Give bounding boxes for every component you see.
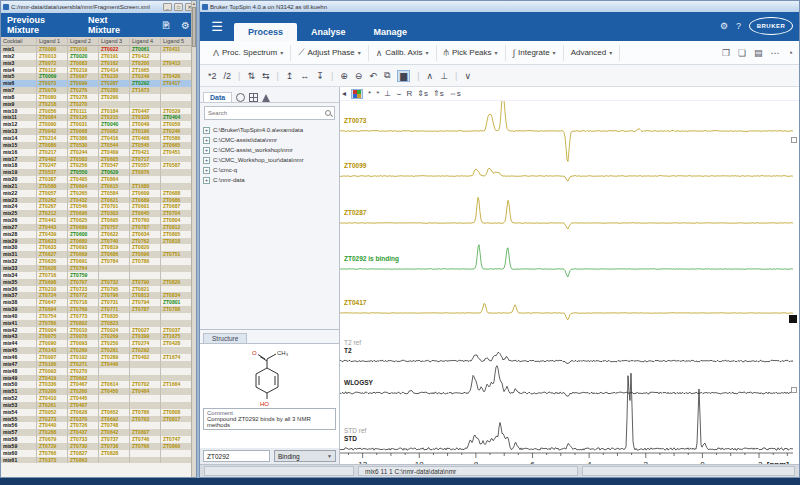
ligand-cell[interactable]: ZT0691 (68, 258, 99, 265)
ligand-cell[interactable]: ZT0724 (37, 292, 68, 299)
multi-color-overlay-icon[interactable] (351, 89, 363, 99)
ligand-cell[interactable]: ZT0020 (68, 53, 99, 60)
fragment-screen-titlebar[interactable]: C:/nmr-data/data/usersbla/nmr/FragmentSc… (1, 1, 196, 13)
search-box[interactable] (204, 106, 335, 120)
ligand-cell[interactable]: ZT0084 (37, 114, 68, 121)
overlay-tool-icon[interactable]: R (407, 89, 413, 98)
ligand-cell[interactable]: ZT0404 (161, 114, 192, 121)
ligand-cell[interactable]: ZT0073 (37, 80, 68, 87)
ligand-cell[interactable]: ZT0260 (68, 388, 99, 395)
ligand-cell[interactable]: ZT0729 (37, 443, 68, 450)
ligand-cell[interactable]: ZT0090 (37, 121, 68, 128)
ligand-cell[interactable]: ZT0256 (68, 162, 99, 169)
ligand-cell[interactable]: ZT0244 (68, 149, 99, 156)
ligand-cell[interactable]: ZT0759 (68, 272, 99, 279)
ligand-cell[interactable]: ZT0605 (99, 156, 130, 163)
ligand-cell[interactable]: ZT0373 (37, 457, 68, 464)
toolbar-icon[interactable]: ↧ (316, 71, 324, 81)
toolbar-icon[interactable]: ⊥ (440, 71, 448, 81)
previous-mixture-button[interactable]: Previous Mixture (7, 15, 78, 35)
next-mixture-button[interactable]: Next Mixture (88, 15, 141, 35)
ligand-cell[interactable]: ZT0402 (130, 354, 161, 361)
ligand-cell[interactable]: ZT0545 (130, 142, 161, 149)
ligand-cell[interactable]: ZT0112 (37, 67, 68, 74)
ligand-cell[interactable]: ZT0633 (37, 244, 68, 251)
ligand-cell[interactable]: ZT0635 (37, 258, 68, 265)
tree-item[interactable]: +C:\CMC-assist_workshop\nmr (203, 145, 336, 155)
spectrum-display-area[interactable]: ◂**⊥⌣R⇕s⇑s⇔s 121086420-2[ppm] ZT0073ZT00… (340, 87, 799, 464)
ligand-cell[interactable]: ZT0665 (161, 142, 192, 149)
table-row-mix29[interactable]: mix29ZT0623ZT0680ZT0740ZT0762ZT0818 (1, 238, 196, 245)
overlay-tool-icon[interactable]: ⇔s (449, 89, 461, 98)
tab-manage[interactable]: Manage (360, 23, 422, 41)
ligand-cell[interactable]: ZT0049 (130, 121, 161, 128)
table-row-mix58[interactable]: mix58ZT0679ZT0733ZT0737ZT0746ZT0747 (1, 436, 196, 443)
table-row-mix53[interactable]: mix53ZT0261ZT0407 (1, 402, 196, 409)
ligand-cell[interactable]: ZT0764 (68, 265, 99, 272)
ligand-cell[interactable]: ZT0807 (130, 429, 161, 436)
ligand-cell[interactable]: ZT0623 (37, 238, 68, 245)
table-row-mix55[interactable]: mix55ZT0273ZT0370ZT0692ZT0763ZT0817 (1, 416, 196, 423)
ligand-cell[interactable]: ZT0692 (99, 416, 130, 423)
ligand-cell[interactable]: ZT0587 (161, 162, 192, 169)
ligand-cell[interactable] (161, 450, 192, 457)
ligand-cell[interactable]: ZT0732 (99, 279, 130, 286)
ligand-cell[interactable]: ZT0694 (37, 306, 68, 313)
tree-item[interactable]: +C:\CMC-assist\data\nmr (203, 135, 336, 145)
ligand-cell[interactable]: ZT0412 (130, 53, 161, 60)
ligand-cell[interactable]: ZT0102 (68, 354, 99, 361)
ligand-cell[interactable]: ZT0737 (99, 436, 130, 443)
ligand-cell[interactable]: ZT0246 (161, 128, 192, 135)
expand-plus-icon[interactable]: + (203, 177, 210, 184)
ligand-cell[interactable]: ZT0061 (130, 46, 161, 53)
ligand-cell[interactable] (130, 313, 161, 320)
ligand-cell[interactable]: ZT0689 (130, 197, 161, 204)
ligand-cell[interactable]: ZT0747 (161, 436, 192, 443)
ligand-cell[interactable]: ZT0050 (161, 121, 192, 128)
ligand-cell[interactable]: ZT0099 (68, 80, 99, 87)
tree-item[interactable]: +C:\CMC_Workshop_tour\data\nmr (203, 155, 336, 165)
table-row-mix22[interactable]: mix22ZT0057ZT0265ZT0584ZT0609ZT0688 (1, 190, 196, 197)
table-row-mix31[interactable]: mix31ZT0627ZT0669ZT0686ZT0696ZT0751 (1, 251, 196, 258)
overlay-tool-icon[interactable]: * (368, 89, 371, 98)
ligand-cell[interactable]: ZT0080 (37, 94, 68, 101)
ligand-cell[interactable]: ZT0078 (68, 333, 99, 340)
table-row-mix21[interactable]: mix21ZT0588ZT0604ZT0615ZT1680 (1, 183, 196, 190)
ligand-cell[interactable]: ZT0766 (130, 443, 161, 450)
ligand-cell[interactable]: ZT0451 (161, 149, 192, 156)
tree-item[interactable]: +C:\Bruker\TopSpin4.0.a\examdata (203, 125, 336, 135)
table-row-mix30[interactable]: mix30ZT0633ZT0693ZT0819ZT0820 (1, 244, 196, 251)
table-row-mix6[interactable]: mix6ZT0073ZT0099ZT0287ZT0292ZT0417 (1, 80, 196, 87)
ligand-cell[interactable]: ZT0547 (99, 162, 130, 169)
ligand-cell[interactable]: ZT0693 (68, 244, 99, 251)
ligand-cell[interactable] (99, 457, 130, 464)
ligand-cell[interactable]: ZT0625 (68, 217, 99, 224)
ligand-cell[interactable]: ZT0818 (161, 238, 192, 245)
ligand-cell[interactable] (99, 272, 130, 279)
table-row-mix57[interactable]: mix57ZT0288ZT0437ZT0642ZT0807 (1, 429, 196, 436)
ligand-cell[interactable]: ZT0771 (99, 306, 130, 313)
table-row-mix4[interactable]: mix4ZT0112ZT0219ZT0414ZT1665 (1, 67, 196, 74)
ligand-cell[interactable]: ZT0443 (37, 224, 68, 231)
ligand-cell[interactable]: ZT0274 (130, 340, 161, 347)
ligand-cell[interactable] (161, 87, 192, 94)
ligand-cell[interactable]: ZT0812 (161, 224, 192, 231)
ligand-cell[interactable]: ZT0446 (99, 361, 130, 368)
ligand-cell[interactable]: ZT0746 (130, 436, 161, 443)
table-row-mix61[interactable]: mix61ZT0373ZT0863 (1, 457, 196, 464)
ligand-cell[interactable] (99, 368, 130, 375)
ligand-cell[interactable]: ZT0292 (130, 347, 161, 354)
ligand-cell[interactable]: ZT0220 (99, 73, 130, 80)
ligand-cell[interactable]: ZT0336 (37, 381, 68, 388)
tab-process[interactable]: Process (234, 23, 297, 41)
ligand-cell[interactable]: ZT0808 (161, 409, 192, 416)
ligand-cell[interactable]: ZT0748 (99, 422, 130, 429)
ligand-cell[interactable]: ZT0864 (99, 176, 130, 183)
grid-view-icon[interactable] (249, 93, 258, 102)
search-input[interactable] (208, 110, 325, 116)
ligand-cell[interactable]: ZT0421 (130, 149, 161, 156)
ligand-cell[interactable]: ZT0097 (68, 73, 99, 80)
ligand-cell[interactable]: ZT0271 (68, 361, 99, 368)
ligand-cell[interactable]: ZT0281 (99, 347, 130, 354)
ligand-cell[interactable] (161, 347, 192, 354)
